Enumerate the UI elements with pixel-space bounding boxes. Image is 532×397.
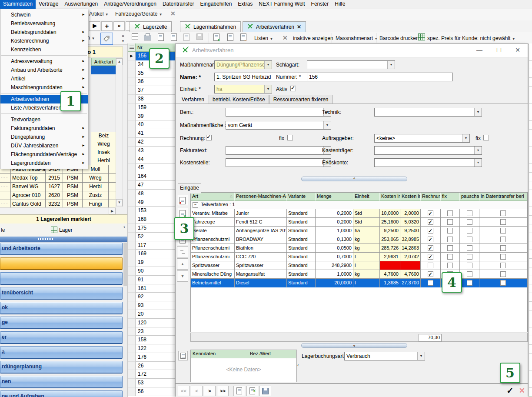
pauschal-checkbox[interactable] [467,271,472,277]
datentransfer-checkbox[interactable] [500,271,506,277]
rechnung-checkbox[interactable] [428,237,433,242]
group-row[interactable]: −Teilverfahren : 1 [191,201,527,209]
nr-row[interactable]: 36 [128,77,176,86]
cell-variante[interactable]: Standard [287,270,316,279]
nr-row[interactable]: 168 [128,215,176,224]
cell-menge[interactable]: 0,1300 [316,235,353,244]
rechnung-checkbox[interactable] [428,263,433,268]
menubar-item-eingabehilfen[interactable]: Eingabehilfen [197,0,235,9]
cell-fix[interactable] [441,227,460,235]
nr-row[interactable]: 37 [128,86,176,95]
rechnung-checkbox[interactable] [428,254,433,260]
cell-einheit[interactable]: l [353,261,380,270]
cell-name[interactable]: CCC 720 [235,253,287,261]
nr-row[interactable]: 53 [128,379,176,387]
bem-combo[interactable]: ▼ [226,108,331,117]
pauschal-checkbox[interactable] [467,263,472,268]
maximize-icon[interactable]: ☐ [490,44,508,57]
cell-kosten1[interactable] [380,261,400,270]
cell-rechnung[interactable] [421,235,441,244]
cell-rechnung[interactable] [421,261,441,270]
cell-art[interactable]: Spritzwasser [191,261,235,270]
column-header-menge-3[interactable]: Menge [316,193,353,201]
lagerbuchungsart-combo[interactable]: Verbrauch▼ [344,352,425,360]
scroll-up-icon[interactable]: ▲ [116,58,123,65]
menubar-item-auswertungen[interactable]: Auswertungen [61,0,101,9]
nr-row[interactable]: 38 [128,95,176,103]
column-header-rechnun-7[interactable]: Rechnun [421,193,441,201]
cancel-icon[interactable]: ✕ [519,386,525,395]
tab-lagermaßnahmen[interactable]: Lagermaßnahmen [180,21,241,32]
sidebar-item-ge[interactable]: ge [0,317,123,329]
copy-icon[interactable] [227,33,233,42]
cell-pauschal[interactable] [460,235,479,244]
cell-einheit[interactable]: kg [353,244,380,253]
cell-name[interactable]: Junior [235,209,287,218]
cell-einheit[interactable]: ha [353,227,380,235]
more-button[interactable]: » [113,21,125,31]
listen-dropdown[interactable]: Listen ▼ [254,35,273,41]
kostenstelle-combo[interactable]: ▼ [226,158,331,167]
fix-checkbox[interactable] [447,254,453,260]
confirm-icon[interactable]: ✓ [506,385,514,396]
cell-rechnung[interactable] [421,253,441,261]
nr-row[interactable]: 93 [128,301,176,310]
cell-variante[interactable]: Standard [287,209,316,218]
tab-lagerzelle[interactable]: Lagerzelle [130,21,172,32]
rechnung-checkbox[interactable] [428,245,433,251]
datentransfer-checkbox[interactable] [500,219,506,225]
left-horizontal-scrollbar[interactable]: ▶ [0,207,116,215]
save-record-button[interactable] [259,386,271,396]
minimize-icon[interactable]: — [470,44,489,57]
tab-arbeitsverfahren[interactable]: Arbeitsverfahren✕ [243,21,306,32]
cell-pauschal[interactable] [460,244,479,253]
add-button[interactable]: + [101,21,113,31]
fix-checkbox[interactable] [447,228,453,234]
barcode-drucken-button[interactable]: Barcode drucken [379,35,419,41]
sidebar-item-tenübersicht[interactable]: tenübersicht [0,287,123,300]
dialog-tab-ressourcearten-fixieren[interactable]: Ressourcearten fixieren [269,95,332,104]
cell-fix[interactable] [441,235,460,244]
nr-row[interactable]: 90 [128,267,176,276]
cell-datentransfer[interactable] [479,227,527,235]
dialog-titlebar[interactable]: Arbeitsverfahren — ☐ ✕ [176,44,528,57]
menu-item-adressverwaltung[interactable]: Adressverwaltung► [0,57,88,66]
column-header-in-datentransfer-beri-10[interactable]: in Datentransfer beri [479,193,527,201]
collapse-splitter-down[interactable]: v [301,343,407,348]
menu-item-anbau-und-arbeitsorte[interactable]: Anbau und Arbeitsorte► [0,66,88,74]
cell-pauschal[interactable] [460,218,479,227]
menu-item-düv-jahresbilanzen[interactable]: DÜV Jahresbilanzen► [0,141,88,150]
rechnung-checkbox[interactable] [428,228,433,234]
cell-variante[interactable]: Standard [287,261,316,270]
cell-einheit[interactable]: l [353,253,380,261]
rechnung-checkbox[interactable] [428,271,433,277]
schlagart-combo[interactable]: ▼ [307,60,395,69]
bezwert-column-header[interactable]: Bez./Wert [248,350,296,358]
new-record-button[interactable] [233,386,245,396]
cell-kosten2[interactable]: 4,7600 [400,270,421,279]
horizontal-splitter[interactable] [0,237,127,242]
cell-kosten2[interactable]: 27,3700 [400,279,421,287]
cell-kosten1[interactable]: 25,1600 [380,218,400,227]
cell-art[interactable]: Fahrzeuge [191,218,235,227]
nr-row[interactable]: 47 [128,181,176,190]
datentransfer-checkbox[interactable] [500,228,506,234]
move-up-button[interactable]: ▲ [177,258,188,270]
cell-rechnung[interactable] [421,270,441,279]
cell-menge[interactable]: 1,0000 [316,270,353,279]
cell-rechnung[interactable] [421,218,441,227]
cell-datentransfer[interactable] [479,209,527,218]
last-record-button[interactable]: >> [217,386,229,396]
collapse-splitter-up[interactable]: ^ [301,177,407,181]
cell-menge[interactable]: 0,2000 [316,218,353,227]
cell-einheit[interactable]: Std [353,209,380,218]
massnahmenart-combo[interactable]: Düngung/Pflanzenschutz▼ [214,60,272,69]
expand-grid-icon[interactable] [132,33,138,41]
kostentraeger-combo[interactable]: ▼ [374,146,482,155]
column-header-fix-8[interactable]: fix [441,193,460,201]
artikelart-column-header[interactable]: Artikelart [91,58,116,66]
menubar-item-verträge[interactable]: Verträge [36,0,61,9]
kenndaten-button[interactable] [178,351,188,360]
pauschal-checkbox[interactable] [467,228,472,234]
selected-artikel-row[interactable] [91,66,116,74]
